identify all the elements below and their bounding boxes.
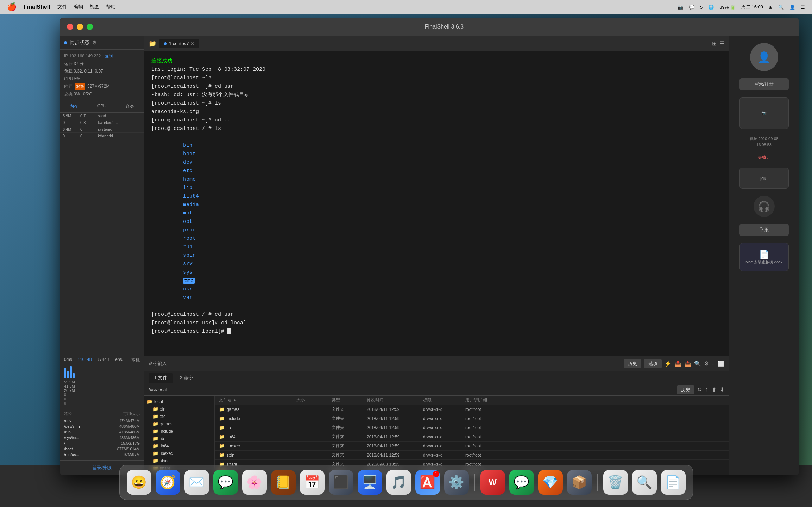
terminal-line: -bash: cd: usr: 没有那个文件或目录 <box>151 91 722 99</box>
menu-view[interactable]: 视图 <box>90 4 100 10</box>
maximize-button[interactable] <box>87 24 93 30</box>
menu-edit[interactable]: 编辑 <box>74 4 83 10</box>
tree-item[interactable]: 📁 lib <box>150 435 214 442</box>
fb-history-button[interactable]: 历史 <box>677 385 694 394</box>
ip-label: IP 192.168.149.222 <box>64 54 101 58</box>
menu-items: 文件 编辑 视图 帮助 <box>57 4 116 10</box>
dock-calendar[interactable]: 📅 <box>300 470 325 495</box>
dock-appstore[interactable]: 🅰️ 1 <box>415 470 440 495</box>
login-register-button[interactable]: 登录/注册 <box>739 78 789 90</box>
list-item[interactable]: 📁lib64 文件夹 2018/04/11 12:59 drwxr-xr-x r… <box>215 432 729 442</box>
download-icon[interactable]: 📥 <box>684 360 691 367</box>
col-perm-header[interactable]: 权限 <box>423 397 465 403</box>
tab-list-icon[interactable]: ☰ <box>719 40 724 47</box>
tree-item[interactable]: 📁 games <box>150 420 214 427</box>
dock-finder[interactable]: 😀 <box>127 470 151 495</box>
sync-settings-icon[interactable]: ⚙ <box>92 40 97 45</box>
dock-finder2[interactable]: 🔍 <box>632 470 657 495</box>
col-name-header[interactable]: 文件名 ▲ <box>219 397 296 403</box>
swap-percent: 0% <box>74 92 80 96</box>
cpu-value: 5% <box>74 76 80 81</box>
option-button[interactable]: 选项 <box>644 359 662 368</box>
dock-wps[interactable]: W <box>480 470 505 495</box>
tree-item[interactable]: 📁 bin <box>150 405 214 413</box>
list-item[interactable]: 📁libexec 文件夹 2018/04/11 12:59 drwxr-xr-x… <box>215 442 729 451</box>
register-report-button[interactable]: 举报 <box>739 224 789 236</box>
center-area: 📁 1 centos7 ✕ ⊞ ☰ 连接成功 Last login: Tue S… <box>144 36 729 475</box>
tab-centos7[interactable]: 1 centos7 ✕ <box>159 39 199 48</box>
minimize-button[interactable] <box>77 24 83 30</box>
dock-preferences[interactable]: ⚙️ <box>444 470 469 495</box>
cmd-input[interactable] <box>170 361 621 367</box>
process-table: 5.9M 0.7 sshd 0 0.3 kworker/u... 6.4M 0 … <box>60 113 144 354</box>
menu-file[interactable]: 文件 <box>57 4 67 10</box>
arrow-down-icon[interactable]: ↓ <box>712 361 715 367</box>
tab-close-icon[interactable]: ✕ <box>191 41 194 46</box>
list-item[interactable]: 📁lib 文件夹 2018/04/11 12:59 drwxr-xr-x roo… <box>215 423 729 432</box>
window-title: FinalShell 3.6.3 <box>96 24 792 30</box>
tree-item[interactable]: 📁 libexec <box>150 450 214 457</box>
menu-icon[interactable]: ☰ <box>801 5 805 10</box>
col-date-header[interactable]: 修改时间 <box>367 397 423 403</box>
list-item[interactable]: 📁include 文件夹 2018/04/11 12:59 drwxr-xr-x… <box>215 414 729 423</box>
dock-wechat[interactable]: 💬 <box>509 470 534 495</box>
col-type-header[interactable]: 类型 <box>332 397 367 403</box>
upload-file-icon[interactable]: ⬆ <box>712 386 716 393</box>
terminal-line: bin boot dev etc home lib lib64 media mn… <box>151 133 722 311</box>
fb-tree: 📂 local 📁 bin 📁 etc <box>144 396 215 475</box>
folder-icon: 📁 <box>219 416 225 421</box>
refresh-icon[interactable]: ↻ <box>697 386 702 393</box>
history-button[interactable]: 历史 <box>624 359 641 368</box>
search-cmd-icon[interactable]: 🔍 <box>694 360 701 367</box>
dock-music[interactable]: 🎵 <box>386 470 411 495</box>
expand-icon[interactable]: ⬜ <box>717 360 724 367</box>
col-size-header[interactable]: 大小 <box>296 397 332 403</box>
close-button[interactable] <box>67 24 73 30</box>
tab-files[interactable]: 1 文件 <box>149 373 173 383</box>
terminal[interactable]: 连接成功 Last login: Tue Sep 8 03:32:07 2020… <box>144 51 729 356</box>
dock-photos[interactable]: 🌸 <box>242 470 267 495</box>
apple-menu[interactable]: 🍎 <box>7 2 17 12</box>
tree-item[interactable]: 📁 include <box>150 427 214 435</box>
disk-section: 路径 可用/大小 /dev 474M/474M /dev/shm 486M/48… <box>60 408 144 460</box>
download-file-icon[interactable]: ⬇ <box>720 386 724 393</box>
dock-messages[interactable]: 💬 <box>213 470 238 495</box>
dock-safari[interactable]: 🧭 <box>156 470 180 495</box>
search-icon[interactable]: 🔍 <box>778 5 784 10</box>
headphone-button[interactable]: 🎧 <box>754 196 775 217</box>
tab-mem[interactable]: 内存 <box>60 101 88 112</box>
upload-status: 失败。 <box>758 155 770 161</box>
menu-help[interactable]: 帮助 <box>106 4 116 10</box>
dock-notes[interactable]: 📒 <box>271 470 296 495</box>
dock-sketch[interactable]: 💎 <box>538 470 563 495</box>
dock-mail[interactable]: ✉️ <box>184 470 209 495</box>
tree-item[interactable]: 📁 lib64 <box>150 442 214 450</box>
tree-item[interactable]: 📁 sbin <box>150 457 214 464</box>
sync-indicator <box>64 41 67 44</box>
dock-terminal[interactable]: ⬛ <box>329 470 353 495</box>
nav-up-icon[interactable]: ↑ <box>705 386 708 393</box>
swap-value: 0/2G <box>83 92 92 96</box>
tree-item[interactable]: 📁 etc <box>150 413 214 420</box>
upload-icon[interactable]: 📤 <box>674 360 681 367</box>
user-icon[interactable]: 👤 <box>789 5 795 10</box>
tab-cmd[interactable]: 命令 <box>116 101 144 112</box>
settings-cmd-icon[interactable]: ⚙ <box>704 360 709 367</box>
list-item[interactable]: 📁games 文件夹 2018/04/11 12:59 drwxr-xr-x r… <box>215 405 729 414</box>
dock-trash[interactable]: 🗑️ <box>603 470 628 495</box>
folder-icon: 📁 <box>153 406 158 412</box>
dock-doc[interactable]: 📄 <box>661 470 686 495</box>
tab-cpu[interactable]: CPU <box>88 101 116 112</box>
disk-row: /dev 474M/474M <box>64 418 140 424</box>
tree-item-local[interactable]: 📂 local <box>144 398 214 405</box>
folder-icon: 📁 <box>153 414 158 419</box>
dock-app2[interactable]: 📦 <box>567 470 592 495</box>
copy-button[interactable]: 复制 <box>105 54 113 58</box>
table-row: 5.9M 0.7 sshd <box>60 113 144 119</box>
tab-commands[interactable]: 2 命令 <box>174 373 199 383</box>
dock-finalshell[interactable]: 🖥️ <box>358 470 382 495</box>
grid-icon[interactable]: ⊞ <box>769 5 773 10</box>
col-owner-header[interactable]: 用户/用户组 <box>465 397 724 403</box>
tab-grid-icon[interactable]: ⊞ <box>712 40 717 47</box>
list-item[interactable]: 📁sbin 文件夹 2018/04/11 12:59 drwxr-xr-x ro… <box>215 451 729 460</box>
